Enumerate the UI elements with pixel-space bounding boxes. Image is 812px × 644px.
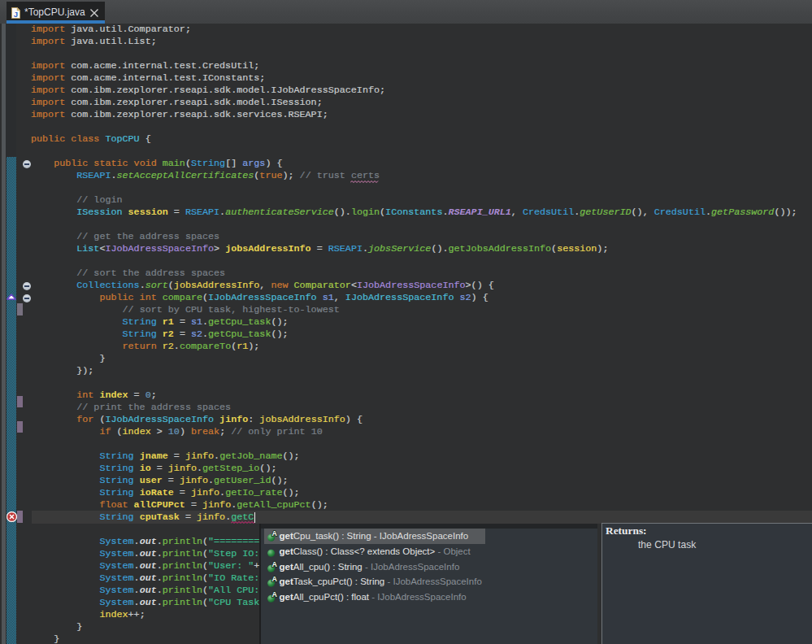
svg-text:A: A [271, 560, 277, 568]
svg-text:A: A [271, 590, 277, 598]
svg-text:J: J [14, 9, 18, 18]
svg-text:A: A [271, 575, 277, 583]
svg-text:A: A [271, 529, 277, 537]
